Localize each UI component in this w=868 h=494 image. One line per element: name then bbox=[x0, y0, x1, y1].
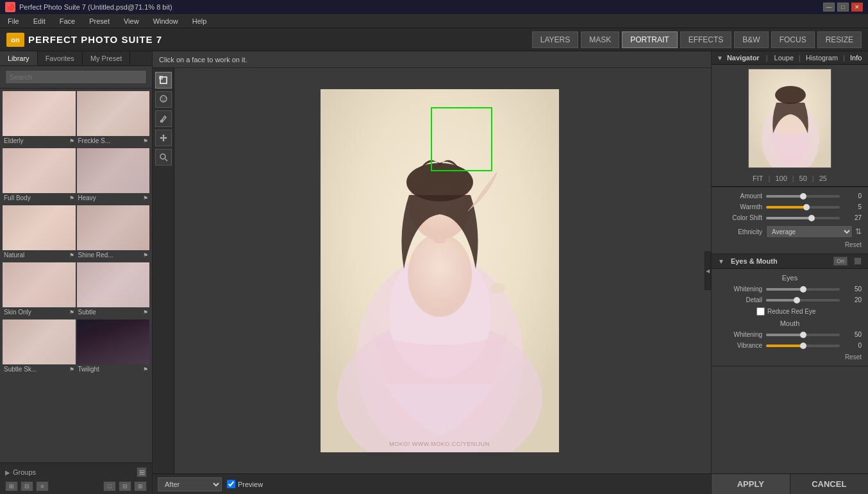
cancel-button[interactable]: CANCEL bbox=[790, 474, 869, 494]
histogram-link[interactable]: Histogram bbox=[806, 54, 838, 62]
zoom-fit[interactable]: FIT bbox=[753, 175, 764, 182]
apply-button[interactable]: APPLY bbox=[712, 474, 790, 494]
menu-help[interactable]: Help bbox=[190, 16, 210, 26]
grid-icon[interactable]: ⊞ bbox=[137, 467, 147, 477]
nav-bw[interactable]: B&W bbox=[734, 31, 768, 48]
amount-fill bbox=[766, 195, 803, 198]
mouth-whitening-track[interactable] bbox=[766, 334, 840, 336]
eye-whitening-thumb[interactable] bbox=[800, 286, 806, 293]
menu-view[interactable]: View bbox=[121, 16, 142, 26]
zoom-25[interactable]: 25 bbox=[819, 175, 827, 182]
colorshift-track[interactable] bbox=[766, 217, 840, 219]
tool-select[interactable] bbox=[155, 72, 172, 89]
tab-library[interactable]: Library bbox=[0, 51, 38, 65]
mouth-whitening-thumb[interactable] bbox=[800, 332, 806, 338]
eye-detail-label: Detail bbox=[718, 296, 766, 303]
view-grid-3col[interactable]: ⊟ bbox=[21, 481, 33, 491]
svg-point-21 bbox=[775, 86, 806, 104]
warmth-label: Warmth bbox=[718, 203, 766, 210]
preview-checkbox[interactable] bbox=[227, 480, 235, 488]
right-panel: ▼ Navigator | Loupe | Histogram | Info bbox=[711, 51, 868, 494]
warmth-track[interactable] bbox=[766, 206, 840, 209]
tool-face[interactable] bbox=[155, 91, 172, 108]
eye-detail-track[interactable] bbox=[766, 299, 840, 302]
amount-thumb[interactable] bbox=[800, 193, 806, 200]
amount-row: Amount 0 bbox=[718, 192, 862, 200]
photo-canvas[interactable]: MOKO! WWW.MOKO.CC/YENIJUN bbox=[321, 89, 559, 452]
list-item[interactable]: Freckle S...⚑ bbox=[77, 91, 150, 147]
list-item[interactable]: Twilight⚑ bbox=[77, 319, 150, 375]
close-button[interactable]: ✕ bbox=[851, 3, 863, 12]
collapse-panel-button[interactable]: ◀ bbox=[705, 251, 711, 290]
eye-whitening-track[interactable] bbox=[766, 288, 840, 291]
list-item[interactable]: Elderly⚑ bbox=[3, 91, 76, 147]
svg-point-12 bbox=[408, 234, 472, 317]
navigator-title: Navigator bbox=[727, 54, 760, 62]
menu-window[interactable]: Window bbox=[151, 16, 181, 26]
nav-resize[interactable]: RESIZE bbox=[817, 31, 862, 48]
nav-effects[interactable]: EFFECTS bbox=[680, 31, 732, 48]
tool-brush[interactable] bbox=[155, 110, 172, 127]
list-item[interactable]: Full Body⚑ bbox=[3, 148, 76, 204]
preset-flag: ⚑ bbox=[69, 252, 74, 259]
menu-edit[interactable]: Edit bbox=[31, 16, 48, 26]
tab-favorites[interactable]: Favorites bbox=[38, 51, 83, 65]
eye-detail-fill bbox=[766, 299, 797, 302]
tool-zoom[interactable] bbox=[155, 149, 172, 166]
list-item[interactable]: Heavy⚑ bbox=[77, 148, 150, 204]
ethnicity-arrow[interactable]: ⇅ bbox=[855, 227, 862, 236]
canvas-inner: MOKO! WWW.MOKO.CC/YENIJUN bbox=[174, 68, 705, 473]
tab-mypreset[interactable]: My Preset bbox=[83, 51, 131, 65]
list-item[interactable]: Subtle⚑ bbox=[77, 262, 150, 318]
nav-portrait[interactable]: PORTRAIT bbox=[622, 31, 677, 48]
nav-mask[interactable]: MASK bbox=[581, 31, 619, 48]
eye-detail-thumb[interactable] bbox=[794, 297, 800, 303]
list-item[interactable]: Natural⚑ bbox=[3, 205, 76, 261]
maximize-button[interactable]: □ bbox=[837, 3, 849, 12]
eyes-mouth-toggle[interactable] bbox=[854, 257, 862, 265]
view-grid-2col[interactable]: ⊞ bbox=[5, 481, 18, 491]
zoom-100[interactable]: 100 bbox=[775, 175, 787, 182]
warmth-thumb[interactable] bbox=[803, 204, 810, 210]
preview-row: Preview bbox=[227, 480, 263, 488]
info-link[interactable]: Info bbox=[850, 54, 862, 62]
panel-tabs: Library Favorites My Preset bbox=[0, 51, 152, 66]
view-mode-3[interactable]: ⊞ bbox=[134, 481, 147, 491]
eye-detail-row: Detail 20 bbox=[718, 296, 862, 303]
reset-eyes-button[interactable]: Reset bbox=[718, 353, 862, 361]
view-mode-select[interactable]: After bbox=[158, 477, 222, 491]
view-mode-2[interactable]: ⊟ bbox=[119, 481, 131, 491]
minimize-button[interactable]: — bbox=[823, 3, 835, 12]
nav-layers[interactable]: LAYERS bbox=[532, 31, 578, 48]
window-controls[interactable]: — □ ✕ bbox=[823, 3, 863, 12]
loupe-link[interactable]: Loupe bbox=[774, 54, 794, 62]
nav-focus[interactable]: FOCUS bbox=[771, 31, 815, 48]
amount-track[interactable] bbox=[766, 195, 840, 198]
left-panel: Library Favorites My Preset Elderly⚑ Fre… bbox=[0, 51, 153, 494]
navigator-collapse[interactable]: ▼ bbox=[717, 55, 723, 62]
list-item[interactable]: Shine Red...⚑ bbox=[77, 205, 150, 261]
main-layout: Library Favorites My Preset Elderly⚑ Fre… bbox=[0, 51, 868, 494]
ethnicity-row: Ethnicity Average Light Dark Asian Afric… bbox=[718, 225, 862, 238]
zoom-50[interactable]: 50 bbox=[799, 175, 807, 182]
nav-preview-image bbox=[748, 69, 831, 168]
eyes-mouth-collapse[interactable]: ▼ bbox=[718, 258, 724, 265]
vibrance-track[interactable] bbox=[766, 345, 840, 347]
search-input[interactable] bbox=[5, 70, 147, 84]
menu-preset[interactable]: Preset bbox=[87, 16, 112, 26]
ethnicity-select[interactable]: Average Light Dark Asian African bbox=[766, 225, 853, 238]
list-item[interactable]: Subtle Sk...⚑ bbox=[3, 319, 76, 375]
colorshift-thumb[interactable] bbox=[808, 215, 815, 221]
menu-face[interactable]: Face bbox=[57, 16, 78, 26]
ethnicity-label: Ethnicity bbox=[718, 228, 766, 235]
list-item[interactable]: Skin Only⚑ bbox=[3, 262, 76, 318]
menu-file[interactable]: File bbox=[5, 16, 22, 26]
photo-watermark: MOKO! WWW.MOKO.CC/YENIJUN bbox=[389, 441, 490, 447]
view-mode-1[interactable]: □ bbox=[103, 481, 116, 491]
view-list[interactable]: ≡ bbox=[36, 481, 49, 491]
reset-skin-button[interactable]: Reset bbox=[718, 241, 862, 248]
preset-flag: ⚑ bbox=[69, 366, 74, 373]
reduce-redeye-checkbox[interactable] bbox=[756, 307, 765, 316]
tool-pan[interactable] bbox=[155, 130, 172, 146]
vibrance-thumb[interactable] bbox=[800, 343, 806, 349]
